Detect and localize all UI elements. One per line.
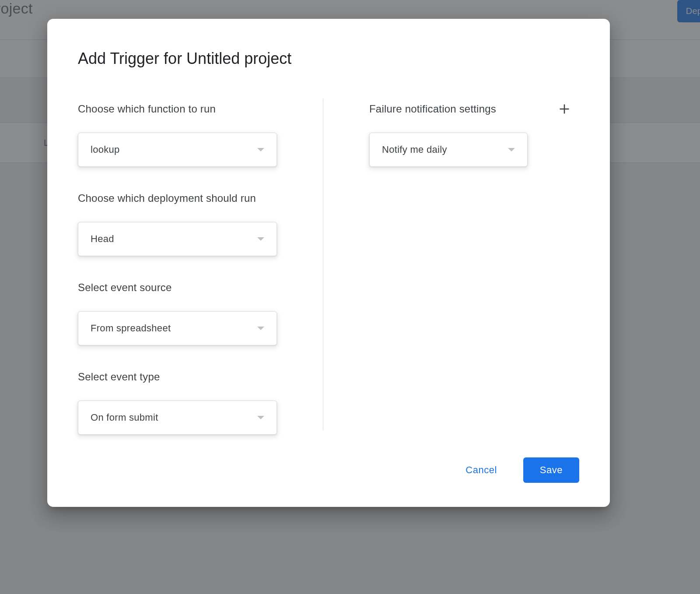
- deployment-dropdown-value: Head: [91, 233, 114, 245]
- cancel-button[interactable]: Cancel: [457, 459, 505, 481]
- event-type-label: Select event type: [78, 371, 277, 383]
- event-type-field-group: Select event type On form submit: [78, 371, 277, 435]
- function-dropdown[interactable]: lookup: [78, 133, 277, 167]
- notification-field-group: Failure notification settings Notify me …: [369, 103, 579, 167]
- caret-down-icon: [508, 148, 515, 151]
- caret-down-icon: [257, 237, 264, 241]
- add-trigger-modal: Add Trigger for Untitled project Choose …: [47, 19, 610, 507]
- modal-columns: Choose which function to run lookup Choo…: [78, 103, 579, 435]
- deployment-field-group: Choose which deployment should run Head: [78, 192, 277, 256]
- function-field-group: Choose which function to run lookup: [78, 103, 277, 167]
- save-button[interactable]: Save: [523, 457, 579, 483]
- deployment-dropdown[interactable]: Head: [78, 222, 277, 256]
- caret-down-icon: [257, 416, 264, 419]
- notification-label: Failure notification settings: [369, 103, 496, 115]
- event-source-field-group: Select event source From spreadsheet: [78, 281, 277, 345]
- event-source-label: Select event source: [78, 281, 277, 294]
- add-notification-icon[interactable]: [558, 103, 570, 115]
- modal-right-column: Failure notification settings Notify me …: [369, 103, 579, 435]
- event-type-dropdown-value: On form submit: [91, 412, 158, 423]
- modal-actions: Cancel Save: [78, 457, 579, 483]
- function-dropdown-value: lookup: [91, 144, 120, 155]
- modal-title: Add Trigger for Untitled project: [78, 49, 579, 68]
- modal-left-column: Choose which function to run lookup Choo…: [78, 103, 277, 435]
- event-source-dropdown[interactable]: From spreadsheet: [78, 311, 277, 345]
- event-type-dropdown[interactable]: On form submit: [78, 401, 277, 435]
- notification-header: Failure notification settings: [369, 103, 579, 115]
- notification-dropdown-value: Notify me daily: [382, 144, 447, 155]
- caret-down-icon: [257, 148, 264, 151]
- event-source-dropdown-value: From spreadsheet: [91, 323, 171, 334]
- function-label: Choose which function to run: [78, 103, 277, 115]
- notification-dropdown[interactable]: Notify me daily: [369, 133, 528, 167]
- deployment-label: Choose which deployment should run: [78, 192, 277, 204]
- caret-down-icon: [257, 327, 264, 330]
- column-divider: [323, 98, 323, 430]
